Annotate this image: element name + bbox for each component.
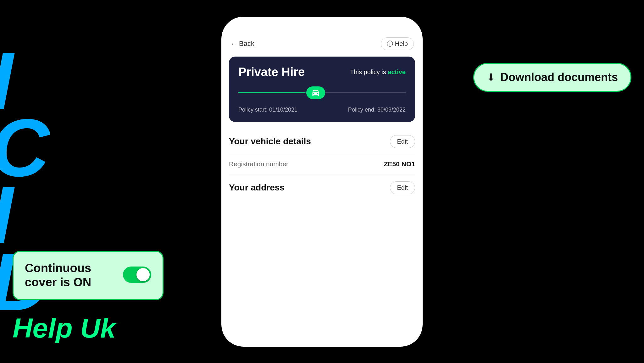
address-section-header: Your address Edit [229,174,415,200]
back-arrow-icon: ← [230,40,237,48]
download-callout-label: Download documents [500,71,618,84]
phone-screen: ← Back ⓘ Help Private Hire This policy i… [221,17,423,347]
policy-title: Private Hire [238,65,305,79]
phone-frame: ← Back ⓘ Help Private Hire This policy i… [221,17,423,347]
vehicle-edit-button[interactable]: Edit [390,135,415,148]
brand-letters: I C I D [0,0,50,363]
policy-card: Private Hire This policy is active [229,57,415,122]
address-edit-button[interactable]: Edit [390,181,415,194]
registration-label: Registration number [229,160,288,168]
back-button[interactable]: ← Back [230,40,254,48]
policy-status: This policy is active [350,69,406,76]
policy-start-date: Policy start: 01/10/2021 [238,107,297,113]
timeline-car-icon [306,86,325,99]
registration-row: Registration number ZE50 NO1 [229,154,415,174]
address-section-title: Your address [229,183,285,193]
help-uk-label: Help Uk [13,312,116,344]
download-icon: ⬇ [487,71,495,83]
policy-status-prefix: This policy is [350,69,386,75]
phone-device: ← Back ⓘ Help Private Hire This policy i… [221,17,423,347]
policy-status-value: active [388,69,406,75]
help-button[interactable]: ⓘ Help [381,37,414,50]
vehicle-section-header: Your vehicle details Edit [229,128,415,154]
car-svg [311,88,320,97]
back-label: Back [239,40,254,48]
policy-end-date: Policy end: 30/09/2022 [348,107,406,113]
cover-toggle[interactable] [123,267,151,284]
policy-timeline [238,86,406,99]
cover-callout-text: Continuous cover is ON [25,261,117,290]
toggle-thumb [136,268,150,281]
help-circle-icon: ⓘ [387,40,393,48]
registration-value: ZE50 NO1 [384,160,415,168]
policy-card-top: Private Hire This policy is active [238,65,406,79]
download-documents-callout[interactable]: ⬇ Download documents [473,63,631,92]
vehicle-section: Your vehicle details Edit Registration n… [221,128,423,174]
policy-dates: Policy start: 01/10/2021 Policy end: 30/… [238,107,406,113]
continuous-cover-callout: Continuous cover is ON [13,251,164,300]
address-section: Your address Edit [221,174,423,200]
screen-content: ← Back ⓘ Help Private Hire This policy i… [221,17,423,347]
vehicle-section-title: Your vehicle details [229,136,311,146]
app-header: ← Back ⓘ Help [221,32,423,54]
toggle-track [123,267,151,283]
help-label: Help [395,40,408,47]
